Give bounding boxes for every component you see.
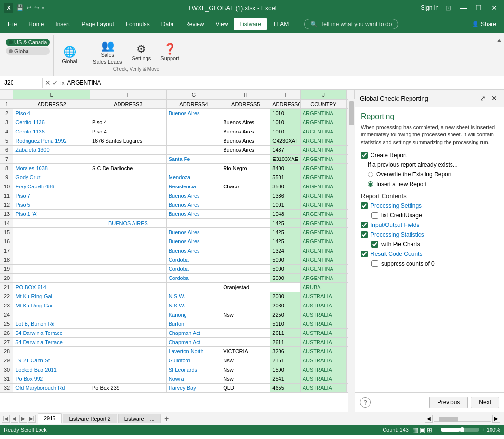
- cell-h3[interactable]: Buenos Aires: [221, 118, 270, 127]
- cell-j12[interactable]: ARGENTINA: [300, 200, 346, 210]
- cell-j4[interactable]: ARGENTINA: [300, 127, 346, 136]
- pie-charts-checkbox[interactable]: [371, 241, 378, 248]
- sheet-nav-last[interactable]: ▶|: [28, 415, 36, 423]
- sales-leads-btn[interactable]: 👥 Sales Sales Leads: [89, 39, 126, 67]
- cell-j2[interactable]: ARGENTINA: [300, 109, 346, 118]
- page-layout-btn[interactable]: ▣: [420, 426, 425, 434]
- col-J-header[interactable]: J: [300, 90, 346, 100]
- confirm-formula-btn[interactable]: ✓: [53, 79, 58, 87]
- cell-e7[interactable]: [13, 155, 90, 164]
- sheet-add-btn[interactable]: +: [162, 414, 172, 424]
- cell-g32[interactable]: Harvey Bay: [166, 384, 221, 393]
- cell-j26[interactable]: AUSTRALIA: [300, 329, 346, 338]
- cell-h8[interactable]: Rio Negro: [221, 164, 270, 173]
- cell-i4[interactable]: 1010: [270, 127, 300, 136]
- cell-e32[interactable]: Old Maryboroueh Rd: [13, 384, 90, 393]
- cell-e15[interactable]: [13, 228, 90, 237]
- cell-g5[interactable]: [166, 136, 221, 146]
- cell-f7[interactable]: [90, 155, 167, 164]
- cell-f28[interactable]: [90, 347, 167, 356]
- cell-j29[interactable]: AUSTRALIA: [300, 356, 346, 365]
- cell-j31[interactable]: AUSTRALIA: [300, 374, 346, 384]
- cell-f1[interactable]: ADDRESS3: [90, 100, 167, 109]
- cell-g10[interactable]: Resistencia: [166, 182, 221, 191]
- cell-f18[interactable]: [90, 255, 167, 265]
- cell-j10[interactable]: ARGENTINA: [300, 182, 346, 191]
- normal-view-btn[interactable]: ▦: [412, 426, 418, 434]
- cell-h2[interactable]: [221, 109, 270, 118]
- proc-stats-checkbox[interactable]: [361, 231, 368, 238]
- cell-g16[interactable]: Buenos Aires: [166, 237, 221, 246]
- menu-listware[interactable]: Listware: [234, 18, 267, 30]
- region-us-canada[interactable]: US & Canada: [6, 39, 50, 46]
- cell-e25[interactable]: Lot B, Burton Rd: [13, 319, 90, 329]
- cell-i14[interactable]: 1425: [270, 219, 300, 228]
- cell-g21[interactable]: [166, 283, 221, 292]
- cell-g8[interactable]: [166, 164, 221, 173]
- cell-h21[interactable]: Oranjestad: [221, 283, 270, 292]
- cell-h17[interactable]: [221, 246, 270, 255]
- cell-j5[interactable]: ARGENTINA: [300, 136, 346, 146]
- cell-i17[interactable]: 1324: [270, 246, 300, 255]
- menu-view[interactable]: View: [210, 18, 234, 30]
- create-report-checkbox[interactable]: [361, 152, 368, 159]
- cell-j21[interactable]: ARUBA: [300, 283, 346, 292]
- cell-f26[interactable]: [90, 329, 167, 338]
- cell-i31[interactable]: 2541: [270, 374, 300, 384]
- cell-j28[interactable]: AUSTRALIA: [300, 347, 346, 356]
- cell-f15[interactable]: [90, 228, 167, 237]
- cell-i25[interactable]: 5110: [270, 319, 300, 329]
- menu-team[interactable]: TEAM: [267, 18, 294, 30]
- hscroll-thumb[interactable]: [439, 417, 458, 422]
- cell-h22[interactable]: [221, 292, 270, 301]
- cell-g4[interactable]: [166, 127, 221, 136]
- cell-h26[interactable]: [221, 329, 270, 338]
- cell-h1[interactable]: ADDRESS5: [221, 100, 270, 109]
- cell-e4[interactable]: Cerrito 1136: [13, 127, 90, 136]
- formula-input[interactable]: [65, 78, 502, 88]
- cell-f25[interactable]: [90, 319, 167, 329]
- cell-g27[interactable]: Chapman Act: [166, 338, 221, 347]
- sheet-nav-first[interactable]: |◀: [2, 415, 10, 423]
- cell-h19[interactable]: [221, 265, 270, 274]
- list-credit-checkbox[interactable]: [371, 212, 378, 219]
- cell-e29[interactable]: 19-21 Cann St: [13, 356, 90, 365]
- cell-e17[interactable]: [13, 246, 90, 255]
- cell-g12[interactable]: Buenos Aires: [166, 200, 221, 210]
- sheet-tab-report2[interactable]: Listware Report 2: [63, 414, 117, 423]
- cell-g13[interactable]: Buenos Aires: [166, 210, 221, 219]
- cell-f32[interactable]: Po Box 239: [90, 384, 167, 393]
- cell-h31[interactable]: Nsw: [221, 374, 270, 384]
- maximize-btn[interactable]: ❐: [473, 2, 485, 13]
- cell-f2[interactable]: [90, 109, 167, 118]
- cell-f5[interactable]: 1676 Santos Lugares: [90, 136, 167, 146]
- cell-j15[interactable]: ARGENTINA: [300, 228, 346, 237]
- overwrite-radio[interactable]: [368, 172, 373, 177]
- cell-j20[interactable]: ARGENTINA: [300, 274, 346, 283]
- cell-h15[interactable]: [221, 228, 270, 237]
- cell-j1[interactable]: COUNTRY: [300, 100, 346, 109]
- cell-h24[interactable]: Nsw: [221, 310, 270, 319]
- sheet-nav-prev[interactable]: ◀: [11, 415, 18, 423]
- cell-i11[interactable]: 1336: [270, 191, 300, 200]
- page-break-btn[interactable]: ⊞: [427, 426, 432, 434]
- cell-i13[interactable]: 1048: [270, 210, 300, 219]
- region-global[interactable]: Global: [6, 47, 50, 55]
- hscroll-track[interactable]: [434, 416, 491, 422]
- minimize-btn[interactable]: —: [458, 2, 469, 13]
- cell-h18[interactable]: [221, 255, 270, 265]
- cell-e16[interactable]: [13, 237, 90, 246]
- cell-g3[interactable]: [166, 118, 221, 127]
- cell-f12[interactable]: [90, 200, 167, 210]
- menu-review[interactable]: Review: [179, 18, 210, 30]
- cell-j3[interactable]: ARGENTINA: [300, 118, 346, 127]
- cell-e12[interactable]: Piso 5: [13, 200, 90, 210]
- cell-i28[interactable]: 3206: [270, 347, 300, 356]
- cell-e5[interactable]: Rodriguez Pena 1992: [13, 136, 90, 146]
- cell-j19[interactable]: ARGENTINA: [300, 265, 346, 274]
- share-btn[interactable]: 👤 Share: [466, 19, 502, 29]
- cell-h5[interactable]: Buenos Aries: [221, 136, 270, 146]
- cell-f22[interactable]: [90, 292, 167, 301]
- sheet-tab-report3[interactable]: Listware F ...: [118, 414, 161, 423]
- cell-f24[interactable]: [90, 310, 167, 319]
